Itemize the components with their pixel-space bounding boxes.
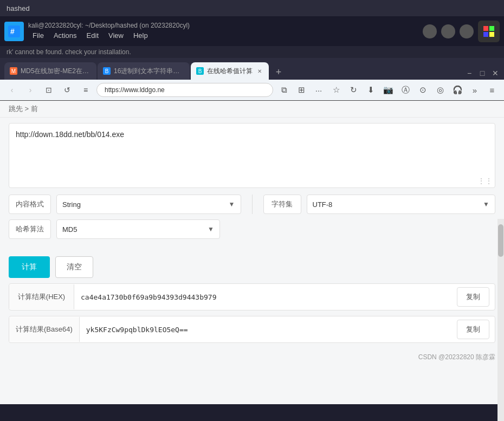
app-icon: #: [4, 22, 24, 41]
browser-chrome: M MD5在线加密-ME2在线工具 B 16进制到文本字符串的转换 B 在线哈希…: [0, 58, 504, 101]
scrollbar-thumb[interactable]: [498, 224, 503, 257]
hash-algo-label: 哈希算法: [9, 219, 51, 239]
tab-window-controls: − □ ✕: [465, 69, 500, 80]
options-section: 内容格式 String ▼ 字符集 UTF-8 ▼: [0, 188, 504, 251]
browser-close[interactable]: ✕: [491, 69, 500, 77]
result-row-hex: 计算结果(HEX) ca4e4a1730b0f69a9b94393d9443b9…: [9, 283, 495, 310]
charset-label: 字符集: [263, 195, 301, 214]
content-format-arrow: ▼: [229, 200, 235, 208]
options-row-2: 哈希算法 MD5 ▼: [9, 219, 495, 239]
win-btn-1[interactable]: [423, 24, 437, 38]
charset-select[interactable]: UTF-8 ▼: [307, 195, 496, 214]
bookmark-icon[interactable]: ☆: [328, 82, 344, 98]
calculate-button[interactable]: 计算: [9, 256, 50, 278]
copy-hex-button[interactable]: 复制: [457, 287, 489, 307]
hash-algo-value: MD5: [62, 225, 77, 234]
breadcrumb: 跳先 > 前: [0, 101, 504, 118]
toolbar-icons: ⧉ ⊞ ··· ☆ ↻ ⬇ 📷 Ⓐ ⊙ ◎ 🎧 » ≡: [276, 82, 500, 98]
title-bar: hashed: [0, 0, 504, 16]
refresh-icon[interactable]: ↻: [346, 82, 361, 98]
menu-view[interactable]: View: [104, 30, 128, 41]
menu-bar: # kali@20232820cyl: ~/Desktop/hashed (on…: [0, 16, 504, 46]
svg-rect-3: [489, 26, 494, 31]
tab-bar: M MD5在线加密-ME2在线工具 B 16进制到文本字符串的转换 B 在线哈希…: [0, 58, 504, 80]
menu-path: kali@20232820cyl: ~/Desktop/hashed (on 2…: [28, 22, 190, 29]
menu-file[interactable]: File: [28, 30, 48, 41]
more-tools-icon[interactable]: »: [467, 82, 482, 98]
result-hex-label: 计算结果(HEX): [9, 284, 74, 309]
content-format-label: 内容格式: [9, 195, 51, 214]
tab-close-hash[interactable]: ✕: [256, 67, 263, 75]
result-hex-value: ca4e4a1730b0f69a9b94393d9443b979: [74, 286, 451, 309]
charset-value: UTF-8: [313, 200, 333, 209]
input-section: http://down.18dd.net/bb/014.exe ⋮⋮: [9, 123, 495, 188]
screenshot-icon[interactable]: 📷: [380, 82, 396, 98]
tab-hex[interactable]: B 16进制到文本字符串的转换: [98, 62, 190, 80]
tab-icon-hex: B: [103, 67, 111, 75]
menu-edit[interactable]: Edit: [82, 30, 103, 41]
browser-minimize[interactable]: −: [465, 69, 474, 77]
info-text: rk' cannot be found. check your installa…: [7, 48, 131, 56]
sync-icon[interactable]: ◎: [432, 82, 448, 98]
footer-text: CSDN @20232820 陈彦霖: [418, 353, 495, 361]
download-icon[interactable]: ⬇: [363, 82, 378, 98]
svg-rect-4: [483, 32, 488, 37]
hash-algo-group: 哈希算法 MD5 ▼: [9, 219, 220, 239]
content-format-group: 内容格式 String ▼: [9, 195, 241, 214]
browser-maximize[interactable]: □: [478, 69, 487, 77]
result-section: 计算结果(HEX) ca4e4a1730b0f69a9b94393d9443b9…: [0, 283, 504, 343]
history-button[interactable]: ↺: [60, 82, 75, 98]
page-footer: CSDN @20232820 陈彦霖: [0, 348, 504, 366]
copy-icon[interactable]: ⊞: [294, 82, 309, 98]
tab-hash[interactable]: B 在线哈希值计算 ✕: [191, 62, 269, 80]
reader-mode-button[interactable]: ⊡: [41, 82, 56, 98]
hash-algo-arrow: ▼: [208, 225, 214, 233]
button-row: 计算 清空: [0, 251, 504, 283]
win-btn-2[interactable]: [441, 24, 455, 38]
new-tab-button[interactable]: +: [271, 64, 286, 80]
address-input[interactable]: [96, 83, 273, 97]
menu-actions[interactable]: Actions: [49, 30, 81, 41]
resize-handle[interactable]: ⋮⋮: [477, 177, 493, 185]
menu-sidebar-button[interactable]: ≡: [78, 82, 93, 98]
tab-hex-label: 16进制到文本字符串的转换: [114, 67, 184, 76]
charset-group: 字符集 UTF-8 ▼: [263, 195, 496, 214]
hash-algo-select[interactable]: MD5 ▼: [56, 219, 220, 239]
browser-wrapper: 跳先 > 前 http://down.18dd.net/bb/014.exe ⋮…: [0, 101, 504, 404]
scrollbar[interactable]: [497, 219, 504, 421]
win-logo: [478, 21, 500, 42]
tab-icon-md5: M: [10, 67, 17, 75]
title-bar-text: hashed: [7, 4, 30, 12]
window-controls-right: [423, 21, 500, 42]
tab-md5[interactable]: M MD5在线加密-ME2在线工具: [4, 62, 96, 80]
copy-base64-button[interactable]: 复制: [457, 320, 489, 339]
more-options-icon[interactable]: ···: [311, 82, 326, 98]
address-bar: ‹ › ⊡ ↺ ≡ ⧉ ⊞ ··· ☆ ↻ ⬇ 📷 Ⓐ ⊙ ◎ 🎧 » ≡: [0, 80, 504, 100]
profile-icon[interactable]: Ⓐ: [398, 82, 413, 98]
tab-icon-hash: B: [196, 67, 204, 75]
result-row-base64: 计算结果(Base64) yk5KFzCw9pqblDk9lEO5eQ== 复制: [9, 316, 495, 343]
shield-icon[interactable]: ⊙: [415, 82, 430, 98]
forward-button[interactable]: ›: [23, 82, 38, 98]
headphones-icon[interactable]: 🎧: [450, 82, 465, 98]
content-format-value: String: [62, 200, 81, 209]
menu-help[interactable]: Help: [129, 30, 152, 41]
result-base64-value: yk5KFzCw9pqblDk9lEO5eQ==: [80, 318, 451, 341]
tab-md5-label: MD5在线加密-ME2在线工具: [21, 67, 91, 76]
back-button[interactable]: ‹: [4, 82, 20, 98]
svg-rect-5: [489, 32, 494, 37]
menu-items: File Actions Edit View Help: [28, 30, 152, 41]
svg-text:#: #: [10, 27, 15, 36]
win-btn-3[interactable]: [460, 24, 474, 38]
options-row-1: 内容格式 String ▼ 字符集 UTF-8 ▼: [9, 195, 495, 214]
svg-rect-2: [483, 26, 488, 31]
charset-arrow: ▼: [483, 200, 489, 208]
menu-bar-center: kali@20232820cyl: ~/Desktop/hashed (on 2…: [28, 22, 423, 41]
hamburger-icon[interactable]: ≡: [484, 82, 500, 98]
clear-button[interactable]: 清空: [55, 256, 93, 278]
content-format-select[interactable]: String ▼: [56, 195, 241, 214]
tab-hash-label: 在线哈希值计算: [207, 67, 253, 76]
result-base64-label: 计算结果(Base64): [9, 317, 80, 342]
extensions-icon[interactable]: ⧉: [276, 82, 292, 98]
hash-page: 跳先 > 前 http://down.18dd.net/bb/014.exe ⋮…: [0, 101, 504, 404]
